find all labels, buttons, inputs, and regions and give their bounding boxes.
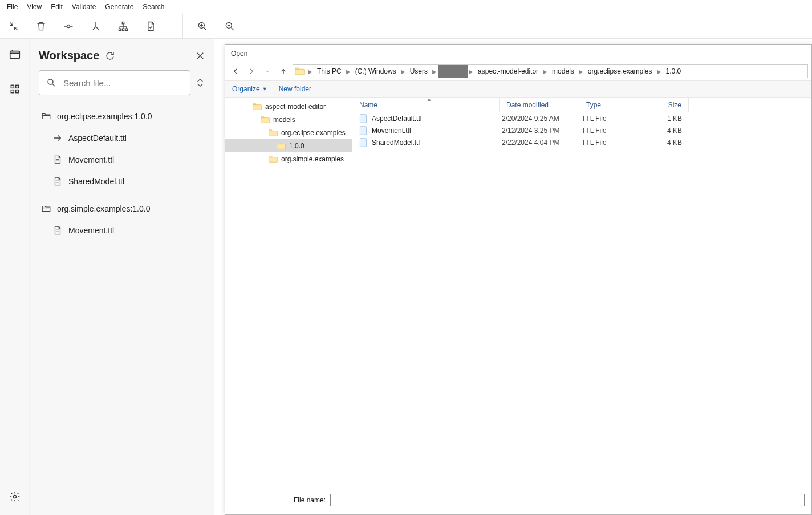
ttl-file-icon — [359, 138, 367, 147]
breadcrumb-item[interactable]: 1.0.0 — [663, 65, 685, 78]
chevron-right-icon: ▶ — [468, 68, 474, 75]
nav-up-icon[interactable] — [277, 64, 290, 78]
col-date[interactable]: Date modified — [500, 98, 579, 112]
folder-icon — [261, 116, 270, 124]
breadcrumb-item[interactable]: org.eclipse.examples — [584, 65, 656, 78]
tree-folder[interactable]: org.simple.examples:1.0.0 — [39, 198, 205, 220]
dialog-folder-tree[interactable]: aspect-model-editor models org.eclipse.e… — [225, 98, 352, 485]
left-icon-rail — [0, 39, 30, 515]
breadcrumb-item[interactable]: (C:) Windows — [352, 65, 400, 78]
column-headers: Name ▲ Date modified Type Size — [352, 98, 811, 112]
menu-edit[interactable]: Edit — [47, 2, 66, 12]
dialog-tree-item-selected[interactable]: 1.0.0 — [225, 139, 352, 152]
dialog-tree-item[interactable]: aspect-model-editor — [225, 100, 352, 113]
svg-rect-21 — [269, 131, 278, 136]
file-icon — [52, 155, 63, 165]
file-row[interactable]: SharedModel.ttl 2/22/2024 4:04 PM TTL Fi… — [352, 136, 811, 148]
chevron-right-icon: ▶ — [542, 68, 549, 75]
menu-file[interactable]: File — [3, 2, 21, 12]
folder-icon — [269, 129, 278, 137]
refresh-icon[interactable] — [105, 51, 115, 61]
menu-generate[interactable]: Generate — [102, 2, 137, 12]
col-size[interactable]: Size — [645, 98, 689, 112]
svg-rect-9 — [15, 85, 18, 88]
breadcrumb-item[interactable]: models — [549, 65, 578, 78]
nav-recent-icon[interactable] — [261, 64, 274, 78]
ttl-file-icon — [359, 126, 367, 135]
document-check-icon[interactable] — [137, 14, 164, 38]
dialog-file-list: Name ▲ Date modified Type Size AspectDef… — [352, 98, 811, 485]
breadcrumb-item[interactable]: Users — [407, 65, 431, 78]
svg-rect-25 — [269, 157, 278, 162]
dialog-filename-row: File name: — [225, 485, 811, 514]
tree-label: org.simple.examples:1.0.0 — [57, 204, 150, 213]
delete-icon[interactable] — [27, 14, 55, 38]
workspace-title: Workspace — [39, 49, 99, 62]
tree-label: Movement.ttl — [68, 155, 114, 164]
new-folder-button[interactable]: New folder — [279, 85, 311, 93]
folder-icon — [253, 103, 262, 111]
svg-rect-15 — [295, 69, 305, 75]
breadcrumb-item[interactable]: This PC — [314, 65, 345, 78]
menu-view[interactable]: View — [23, 2, 45, 12]
filename-label: File name: — [294, 496, 326, 504]
svg-rect-8 — [11, 85, 14, 88]
breadcrumb-item[interactable]: aspect-model-editor — [474, 65, 542, 78]
svg-rect-19 — [261, 117, 270, 123]
tree-file[interactable]: SharedModel.ttl — [39, 171, 205, 192]
tree-folder[interactable]: org.eclipse.examples:1.0.0 — [39, 106, 205, 127]
tree-label: SharedModel.ttl — [68, 177, 124, 186]
close-panel-icon[interactable] — [195, 51, 205, 61]
folder-icon — [269, 155, 278, 163]
dialog-tree-item[interactable]: models — [225, 113, 352, 126]
tree-file[interactable]: Movement.ttl — [39, 149, 205, 171]
menu-validate[interactable]: Validate — [68, 2, 99, 12]
graph-icon[interactable] — [109, 14, 137, 38]
col-name[interactable]: Name ▲ — [352, 98, 500, 112]
chevron-right-icon: ▶ — [578, 68, 584, 75]
menu-bar: File View Edit Validate Generate Search — [0, 0, 812, 14]
dialog-tree-item[interactable]: org.simple.examples — [225, 152, 352, 165]
zoom-out-icon[interactable] — [216, 14, 243, 38]
tree-file-current[interactable]: AspectDefault.ttl — [39, 127, 205, 149]
svg-rect-11 — [15, 90, 18, 93]
collapse-all-icon[interactable] — [195, 78, 205, 88]
svg-point-12 — [13, 496, 16, 498]
workspace-tree: org.eclipse.examples:1.0.0 AspectDefault… — [39, 106, 205, 241]
dialog-title: Open — [225, 45, 811, 62]
collapse-icon[interactable] — [0, 14, 27, 38]
filename-input[interactable] — [330, 494, 805, 506]
file-row[interactable]: AspectDefault.ttl 2/20/2024 9:25 AM TTL … — [352, 112, 811, 124]
breadcrumb-item-redacted[interactable] — [438, 65, 468, 78]
settings-icon[interactable] — [5, 486, 25, 507]
svg-rect-23 — [277, 144, 286, 149]
folder-icon — [294, 66, 306, 77]
svg-rect-17 — [253, 104, 262, 110]
folder-open-icon — [41, 204, 51, 214]
col-type[interactable]: Type — [579, 98, 645, 112]
svg-point-0 — [67, 25, 70, 27]
svg-rect-27 — [360, 126, 366, 134]
dialog-tree-item[interactable]: org.eclipse.examples — [225, 126, 352, 139]
commit-icon[interactable] — [55, 14, 82, 38]
sort-asc-icon: ▲ — [427, 98, 432, 102]
search-input[interactable] — [56, 78, 183, 88]
zoom-in-icon[interactable] — [189, 14, 216, 38]
dialog-toolbar: Organize ▼ New folder — [225, 80, 811, 98]
tree-file[interactable]: Movement.ttl — [39, 220, 205, 241]
menu-search[interactable]: Search — [139, 2, 168, 12]
svg-point-13 — [48, 79, 53, 84]
organize-menu[interactable]: Organize ▼ — [232, 85, 267, 93]
file-row[interactable]: Movement.ttl 2/12/2024 3:25 PM TTL File … — [352, 124, 811, 136]
tree-label: Movement.ttl — [68, 226, 114, 235]
open-file-dialog: Open ▶ This PC ▶ (C:) Windows ▶ Users ▶ … — [225, 44, 812, 515]
apps-icon[interactable] — [5, 79, 25, 99]
workspace-panel: Workspace org.eclipse.examples:1.0.0 — [30, 39, 214, 515]
merge-icon[interactable] — [82, 14, 109, 38]
address-bar[interactable]: ▶ This PC ▶ (C:) Windows ▶ Users ▶ ▶ asp… — [293, 64, 808, 78]
svg-rect-26 — [360, 114, 366, 122]
svg-rect-1 — [122, 22, 124, 23]
nav-back-icon[interactable] — [229, 64, 242, 78]
workspace-toggle-icon[interactable] — [5, 44, 25, 65]
svg-rect-2 — [119, 29, 121, 30]
